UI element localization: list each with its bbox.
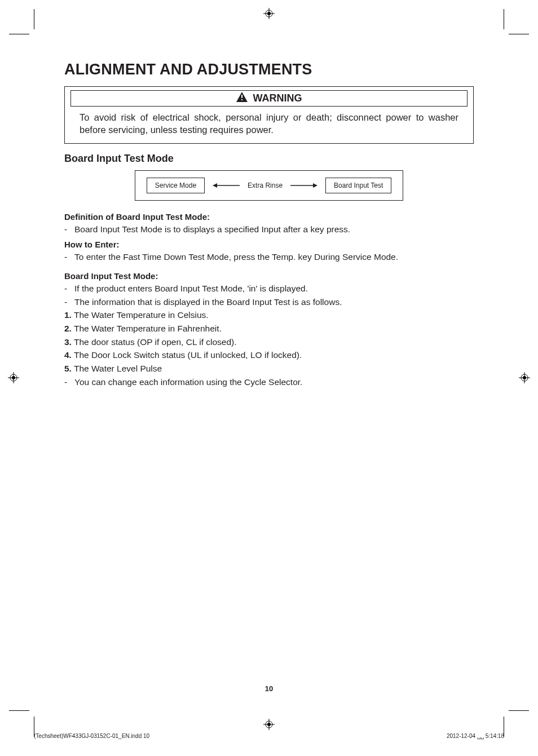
enter-heading: How to Enter: xyxy=(64,240,474,249)
registration-mark-icon xyxy=(263,8,275,19)
warning-header: WARNING xyxy=(70,90,468,107)
mode-line: -If the product enters Board Input Test … xyxy=(64,282,474,295)
flow-box-right: Board Input Test xyxy=(325,178,391,193)
numbered-text-3: The door status (OP if open, CL if close… xyxy=(74,337,237,347)
warning-box: WARNING To avoid risk of electrical shoc… xyxy=(64,86,474,144)
crop-mark-icon xyxy=(509,710,529,711)
svg-rect-17 xyxy=(241,99,242,100)
warning-triangle-icon xyxy=(236,92,248,104)
warning-label: WARNING xyxy=(253,92,302,104)
crop-mark-icon xyxy=(9,34,29,34)
footer-file-info: (Techsheet)WF433GJ-03152C-01_EN.indd 10 xyxy=(34,733,149,739)
registration-mark-icon xyxy=(263,719,275,730)
crop-mark-icon xyxy=(509,34,529,34)
arrow-right-icon xyxy=(290,180,317,191)
page-title: ALIGNMENT AND ADJUSTMENTS xyxy=(64,61,474,78)
mode-tail-line: -You can change each information using t… xyxy=(64,376,474,388)
mode-text-0: If the product enters Board Input Test M… xyxy=(74,284,308,293)
flow-frame: Service Mode Extra Rinse Board Input Tes… xyxy=(135,170,404,201)
definition-heading: Definition of Board Input Test Mode: xyxy=(64,212,474,222)
numbered-text-1: The Water Temperature in Celsius. xyxy=(74,310,209,320)
numbered-item: 4. The Door Lock Switch status (UL if un… xyxy=(64,349,474,361)
arrow-left-icon xyxy=(213,180,240,191)
flow-diagram: Service Mode Extra Rinse Board Input Tes… xyxy=(64,170,474,201)
crop-mark-icon xyxy=(34,9,34,29)
page-number: 10 xyxy=(0,684,538,693)
crop-mark-icon xyxy=(9,710,29,711)
mode-text-1: The information that is displayed in the… xyxy=(74,297,342,307)
crop-mark-icon xyxy=(504,9,504,29)
svg-rect-16 xyxy=(241,95,242,98)
numbered-item: 1. The Water Temperature in Celsius. xyxy=(64,309,474,321)
page-content: ALIGNMENT AND ADJUSTMENTS WARNING To avo… xyxy=(64,61,474,389)
footer-timestamp: 2012-12-04 ␣␣ 5:14:18 xyxy=(447,733,504,739)
numbered-item: 5. The Water Level Pulse xyxy=(64,362,474,375)
numbered-text-5: The Water Level Pulse xyxy=(74,364,162,373)
footer: (Techsheet)WF433GJ-03152C-01_EN.indd 10 … xyxy=(34,733,504,739)
registration-mark-icon xyxy=(8,372,19,383)
numbered-item: 2. The Water Temperature in Fahrenheit. xyxy=(64,322,474,335)
mode-heading: Board Input Test Mode: xyxy=(64,271,474,281)
numbered-item: 3. The door status (OP if open, CL if cl… xyxy=(64,336,474,348)
numbered-text-2: The Water Temperature in Fahrenheit. xyxy=(74,324,222,333)
numbered-text-4: The Door Lock Switch status (UL if unloc… xyxy=(74,350,302,360)
enter-line: -To enter the Fast Time Down Test Mode, … xyxy=(64,251,474,263)
registration-mark-icon xyxy=(519,372,530,383)
mode-tail-text: You can change each information using th… xyxy=(74,377,302,387)
mode-line: -The information that is displayed in th… xyxy=(64,296,474,308)
flow-label-center: Extra Rinse xyxy=(248,182,283,189)
section-title: Board Input Test Mode xyxy=(64,153,474,165)
enter-text: To enter the Fast Time Down Test Mode, p… xyxy=(74,252,398,262)
definition-line: -Board Input Test Mode is to displays a … xyxy=(64,223,474,236)
definition-text: Board Input Test Mode is to displays a s… xyxy=(74,224,350,234)
flow-box-left: Service Mode xyxy=(147,178,205,193)
warning-text: To avoid risk of electrical shock, perso… xyxy=(70,111,468,136)
